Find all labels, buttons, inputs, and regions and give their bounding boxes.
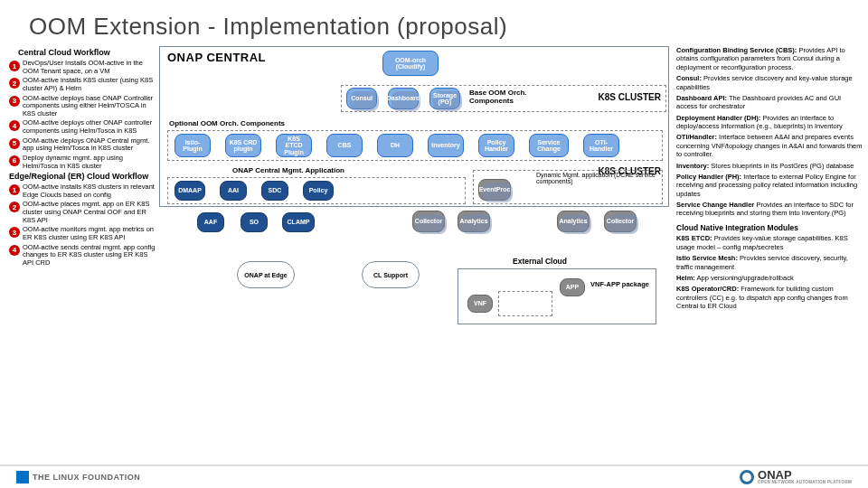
inventory-node: Inventory: [428, 134, 464, 157]
app-node: APP: [560, 278, 585, 296]
workflow-step: 1DevOps/User Installs OOM-active in the …: [9, 60, 156, 75]
diagram-area: ONAP CENTRAL OOM-orch (Cloudify) Consul …: [156, 46, 673, 442]
k8s-cluster-label-1: K8S CLUSTER: [599, 92, 661, 102]
definition-item: Inventory: Stores blueprints in its Post…: [676, 162, 863, 170]
er-workflow-heading: Edge/Regional (ER) Cloud Workflow: [9, 172, 156, 181]
onap-icon: [740, 470, 754, 484]
vnf-dashed-group: [498, 291, 552, 316]
eventproc-node: EventProc: [478, 179, 511, 201]
definition-item: Consul: Provides service discovery and k…: [676, 74, 863, 91]
onap-central-box: ONAP CENTRAL OOM-orch (Cloudify) Consul …: [159, 46, 669, 207]
workflow-step: 5OOM-active deploys ONAP Central mgmt. a…: [9, 137, 156, 153]
policy-node: Policy: [303, 181, 334, 201]
oom-orch-node: OOM-orch (Cloudify): [382, 51, 439, 76]
istio-plugin-node: Istio-Plugin: [175, 134, 211, 157]
dh-node: DH: [377, 134, 413, 157]
consul-node: Consul: [346, 88, 377, 109]
dashboard-node: Dashboard: [388, 88, 419, 109]
analytics2-node: Analytics: [557, 211, 590, 232]
step-text: OOM-active monitors mgmt. app metrics on…: [23, 226, 156, 241]
k8s-crd-node: K8S CRD plugin: [225, 134, 261, 157]
step-text: Deploy dynamic mgmt. app using Helm/Tosc…: [23, 155, 156, 170]
dynamic-mgmt-label: Dynamic Mgmt. application (DCAE service …: [536, 172, 659, 184]
mgmt-app-label: ONAP Central Mgmt. Application: [232, 166, 344, 174]
step-bullet: 3: [9, 96, 20, 107]
step-text: OOM-active deploys base ONAP Controller …: [23, 95, 156, 118]
workflow-step: 2OOM-active installs K8S cluster (using …: [9, 77, 156, 92]
definition-item: OTI/Handler: Interface between A&AI and …: [676, 133, 863, 158]
definition-item: K8S ETCD: Provides key-value storage cap…: [676, 234, 863, 251]
step-bullet: 6: [9, 155, 20, 166]
step-text: OOM-active sends central mgmt. app confi…: [23, 244, 156, 267]
onap-subtext: OPEN NETWORK AUTOMATION PLATFORM: [758, 481, 852, 485]
k8s-etcd-node: K8S ETCD Plugin: [276, 134, 312, 157]
central-workflow-heading: Central Cloud Workflow: [18, 48, 156, 57]
vnf-app-pkg-label: VNF-APP package: [590, 280, 649, 288]
step-bullet: 1: [9, 184, 20, 195]
external-cloud-box: External Cloud VNF APP VNF-APP package: [458, 268, 656, 324]
cl-support: CL Support: [362, 261, 420, 288]
step-bullet: 4: [9, 120, 20, 131]
service-change-node: Service Change: [529, 134, 569, 157]
definition-item: Istio Service Mesh: Provides service dis…: [676, 254, 863, 271]
step-text: OOM-active installs K8S cluster (using K…: [23, 77, 156, 92]
definition-item: Dashboard API: The Dashboard provides AC…: [676, 94, 863, 111]
definition-item: Policy Handler (PH): Interface to extern…: [676, 173, 863, 198]
collector2-node: Collector: [604, 211, 637, 232]
oti-handler-node: OTI-Handler: [583, 134, 619, 157]
footer: THE LINUX FOUNDATION ONAP OPEN NETWORK A…: [0, 465, 868, 488]
definition-item: Service Change Handler Provides an inter…: [676, 201, 863, 218]
workflow-step: 1OOM-active installs K8S clusters in rel…: [9, 183, 156, 199]
definition-item: Helm: App versioning/upgrade/rollback: [676, 274, 863, 282]
base-label: Base OOM Orch. Components: [469, 89, 569, 105]
workflow-step: 2OOM-active places mgmt. app on ER K8S c…: [9, 201, 156, 224]
definition-item: Configuration Binding Service (CBS): Pro…: [676, 46, 863, 71]
cbs-node: CBS: [326, 134, 363, 157]
policy-handler-node: Policy Handler: [478, 134, 514, 157]
left-column: Central Cloud Workflow 1DevOps/User Inst…: [9, 46, 156, 442]
step-text: DevOps/User Installs OOM-active in the O…: [23, 60, 156, 75]
aai-node: AAI: [220, 181, 247, 201]
step-bullet: 2: [9, 78, 20, 89]
clamp-node: CLAMP: [282, 212, 315, 232]
optional-label: Optional OOM Orch. Components: [169, 119, 285, 127]
analytics-node: Analytics: [458, 211, 490, 232]
dmaap-node: DMAAP: [175, 181, 205, 201]
sdc-node: SDC: [261, 181, 288, 201]
step-text: OOM-active deploys other ONAP controller…: [23, 119, 156, 135]
onap-logo: ONAP OPEN NETWORK AUTOMATION PLATFORM: [740, 469, 852, 485]
linux-foundation-logo: THE LINUX FOUNDATION: [16, 471, 140, 483]
page-title: OOM Extension - Implementation (proposal…: [0, 0, 868, 46]
workflow-step: 3OOM-active deploys base ONAP Controller…: [9, 95, 156, 118]
onap-at-edge: ONAP at Edge: [237, 261, 295, 288]
storage-node: Storage (PG): [429, 88, 460, 109]
vnf-node: VNF: [467, 295, 493, 313]
cloud-native-heading: Cloud Native Integration Modules: [676, 223, 863, 233]
right-column: Configuration Binding Service (CBS): Pro…: [673, 46, 863, 442]
step-bullet: 5: [9, 138, 20, 149]
step-bullet: 1: [9, 61, 20, 71]
lf-icon: [16, 471, 29, 483]
step-bullet: 2: [9, 202, 20, 212]
lf-text: THE LINUX FOUNDATION: [33, 473, 140, 482]
external-cloud-label: External Cloud: [513, 257, 567, 266]
step-bullet: 3: [9, 227, 20, 238]
so-node: SO: [241, 212, 268, 232]
step-text: OOM-active installs K8S clusters in rele…: [23, 183, 156, 199]
collector-node: Collector: [412, 211, 445, 232]
step-text: OOM-active places mgmt. app on ER K8S cl…: [23, 201, 156, 224]
step-bullet: 4: [9, 245, 20, 256]
workflow-step: 3OOM-active monitors mgmt. app metrics o…: [9, 226, 156, 241]
onap-central-title: ONAP CENTRAL: [167, 51, 266, 64]
step-text: OOM-active deploys ONAP Central mgmt. ap…: [23, 137, 156, 153]
definition-item: K8S Operator/CRD: Framework for building…: [676, 285, 863, 310]
workflow-step: 6Deploy dynamic mgmt. app using Helm/Tos…: [9, 155, 156, 170]
definition-item: Deployment Handler (DH): Provides an int…: [676, 114, 863, 131]
aaf-node: AAF: [197, 212, 224, 232]
workflow-step: 4OOM-active deploys other ONAP controlle…: [9, 119, 156, 135]
workflow-step: 4OOM-active sends central mgmt. app conf…: [9, 244, 156, 267]
